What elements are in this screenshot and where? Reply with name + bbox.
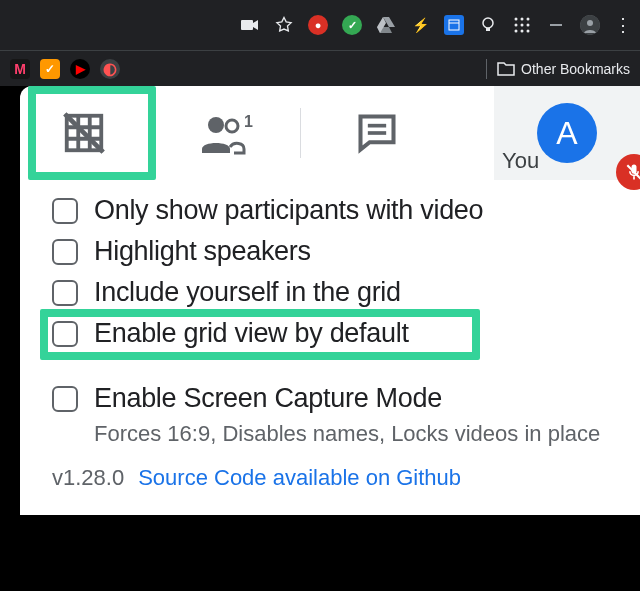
grid-off-icon	[61, 110, 107, 156]
svg-rect-4	[486, 28, 490, 31]
bookmark-icon-orange[interactable]: ✓	[40, 59, 60, 79]
people-icon: 1	[194, 111, 254, 155]
chrome-bookmarks-bar: M ✓ ▶ ◐ Other Bookmarks	[0, 50, 640, 86]
option-label: Highlight speakers	[94, 236, 311, 267]
meet-tabbar: 1 A You	[20, 86, 640, 180]
kebab-menu-icon[interactable]: ⋮	[614, 16, 632, 34]
svg-rect-14	[550, 24, 562, 26]
svg-point-13	[527, 30, 530, 33]
avatar: A	[537, 103, 597, 163]
panel-footer: v1.28.0 Source Code available on Github	[20, 447, 640, 515]
svg-text:1: 1	[244, 113, 253, 130]
drive-icon[interactable]	[376, 15, 396, 35]
star-icon[interactable]	[274, 15, 294, 35]
option-label: Only show participants with video	[94, 195, 483, 226]
version-label: v1.28.0	[52, 465, 124, 491]
grid-apps-icon[interactable]	[512, 15, 532, 35]
tab-chat[interactable]	[301, 86, 453, 180]
option-only-video[interactable]: Only show participants with video	[52, 190, 608, 231]
checkbox[interactable]	[52, 239, 78, 265]
svg-rect-29	[633, 176, 635, 179]
checkbox[interactable]	[52, 321, 78, 347]
option-label: Enable grid view by default	[94, 318, 409, 349]
option-enable-default[interactable]: Enable grid view by default	[52, 313, 608, 354]
chrome-toolbar: ● ✓ ⚡ ⋮	[0, 0, 640, 50]
svg-point-23	[208, 117, 224, 133]
ext-icon-red[interactable]: ●	[308, 15, 328, 35]
ext-icon-blue[interactable]	[444, 15, 464, 35]
svg-point-16	[587, 20, 593, 26]
svg-point-8	[515, 24, 518, 27]
option-subtext: Forces 16:9, Disables names, Locks video…	[94, 421, 608, 447]
svg-point-9	[521, 24, 524, 27]
option-label: Include yourself in the grid	[94, 277, 401, 308]
svg-line-22	[65, 114, 103, 152]
svg-point-11	[515, 30, 518, 33]
option-label: Enable Screen Capture Mode	[94, 383, 442, 414]
svg-rect-1	[449, 20, 459, 30]
bulb-icon[interactable]	[478, 15, 498, 35]
chat-icon	[355, 111, 399, 155]
svg-point-3	[483, 18, 493, 28]
ext-icon-green[interactable]: ✓	[342, 15, 362, 35]
option-include-self[interactable]: Include yourself in the grid	[52, 272, 608, 313]
svg-point-10	[527, 24, 530, 27]
folder-icon	[497, 61, 515, 77]
bookmarks-divider	[486, 59, 487, 79]
ext-icon-yellow[interactable]: ⚡	[410, 15, 430, 35]
other-bookmarks-button[interactable]: Other Bookmarks	[497, 61, 630, 77]
self-tile-label: You	[502, 148, 539, 174]
options-list: Only show participants with video Highli…	[20, 180, 640, 447]
svg-point-5	[515, 18, 518, 21]
source-link[interactable]: Source Code available on Github	[138, 465, 461, 491]
tab-people[interactable]: 1	[148, 86, 300, 180]
camera-icon[interactable]	[240, 15, 260, 35]
svg-point-7	[527, 18, 530, 21]
option-highlight-speakers[interactable]: Highlight speakers	[52, 231, 608, 272]
bookmark-icon-yt[interactable]: ▶	[70, 59, 90, 79]
bookmark-icon-m[interactable]: M	[10, 59, 30, 79]
svg-rect-0	[241, 20, 253, 30]
self-video-tile[interactable]: A You	[494, 86, 640, 180]
ext-icon-dash[interactable]	[546, 15, 566, 35]
svg-point-6	[521, 18, 524, 21]
meet-settings-panel: 1 A You	[20, 86, 640, 515]
avatar-initial: A	[556, 115, 577, 152]
other-bookmarks-label: Other Bookmarks	[521, 61, 630, 77]
checkbox[interactable]	[52, 386, 78, 412]
tab-grid-view[interactable]	[20, 86, 148, 180]
checkbox[interactable]	[52, 198, 78, 224]
option-screen-capture[interactable]: Enable Screen Capture Mode	[52, 378, 608, 419]
svg-point-12	[521, 30, 524, 33]
checkbox[interactable]	[52, 280, 78, 306]
bookmark-icon-dark[interactable]: ◐	[100, 59, 120, 79]
profile-avatar-icon[interactable]	[580, 15, 600, 35]
svg-point-24	[226, 120, 238, 132]
